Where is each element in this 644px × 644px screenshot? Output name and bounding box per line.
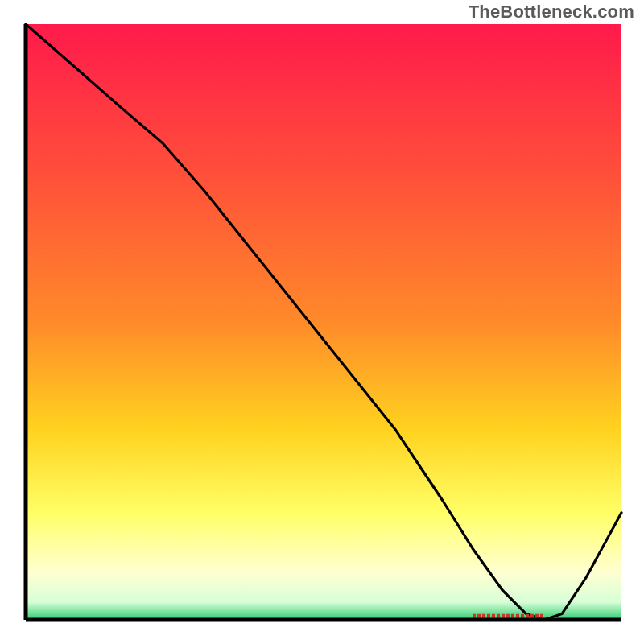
bottleneck-chart: [0, 0, 644, 644]
svg-rect-0: [26, 24, 621, 620]
plot-area: [26, 24, 621, 620]
